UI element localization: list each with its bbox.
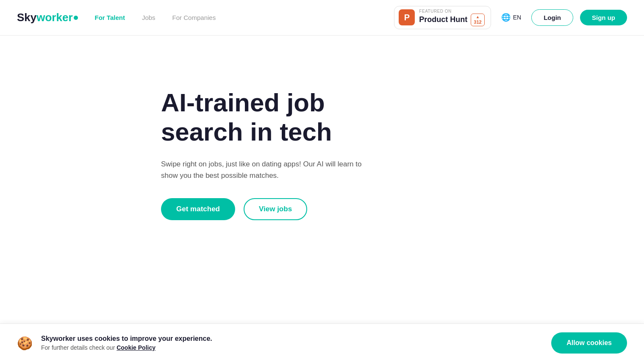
language-button[interactable]: 🌐 EN xyxy=(498,10,525,25)
navbar: Skyworker For Talent Jobs For Companies … xyxy=(0,0,644,36)
ph-name-row: Product Hunt ▲ 312 xyxy=(419,14,484,26)
nav-jobs[interactable]: Jobs xyxy=(142,14,155,21)
logo-dot xyxy=(74,16,78,20)
cookie-description: For further details check our Cookie Pol… xyxy=(41,344,212,351)
product-hunt-text-block: FEATURED ON Product Hunt ▲ 312 xyxy=(419,9,484,26)
cookie-desc-text: For further details check our xyxy=(41,344,115,351)
view-jobs-button[interactable]: View jobs xyxy=(244,198,307,220)
cookie-title: Skyworker uses cookies to improve your e… xyxy=(41,335,212,343)
ph-upvote-arrow: ▲ xyxy=(476,15,480,19)
ph-upvote-count: 312 xyxy=(474,19,481,25)
product-hunt-badge[interactable]: P FEATURED ON Product Hunt ▲ 312 xyxy=(394,6,491,29)
logo-sky-text: Sky xyxy=(17,11,36,24)
cookie-text-block: Skyworker uses cookies to improve your e… xyxy=(41,335,212,351)
cookie-banner: 🍪 Skyworker uses cookies to improve your… xyxy=(0,323,644,362)
navbar-left: Skyworker For Talent Jobs For Companies xyxy=(17,11,216,24)
login-button[interactable]: Login xyxy=(531,9,573,26)
logo[interactable]: Skyworker xyxy=(17,11,78,24)
language-label: EN xyxy=(513,14,521,21)
cookie-policy-link[interactable]: Cookie Policy xyxy=(117,344,155,351)
hero-section: AI-trained job search in tech Swipe righ… xyxy=(0,36,644,273)
ph-featured-on-label: FEATURED ON xyxy=(419,9,484,14)
ph-name: Product Hunt xyxy=(419,15,467,24)
navbar-right: P FEATURED ON Product Hunt ▲ 312 🌐 EN Lo… xyxy=(394,6,627,29)
cookie-left: 🍪 Skyworker uses cookies to improve your… xyxy=(17,335,212,351)
hero-subtitle: Swipe right on jobs, just like on dating… xyxy=(161,158,369,181)
allow-cookies-button[interactable]: Allow cookies xyxy=(551,332,627,354)
signup-button[interactable]: Sign up xyxy=(580,10,627,25)
ph-upvote-badge: ▲ 312 xyxy=(471,14,484,26)
hero-title: AI-trained job search in tech xyxy=(161,88,381,146)
globe-icon: 🌐 xyxy=(501,13,511,22)
cookie-icon: 🍪 xyxy=(17,336,33,351)
nav-for-talent[interactable]: For Talent xyxy=(95,14,125,21)
get-matched-button[interactable]: Get matched xyxy=(161,198,235,220)
logo-worker-text: worker xyxy=(36,11,72,24)
nav-for-companies[interactable]: For Companies xyxy=(172,14,216,21)
product-hunt-icon: P xyxy=(399,9,415,25)
hero-buttons: Get matched View jobs xyxy=(161,198,307,220)
